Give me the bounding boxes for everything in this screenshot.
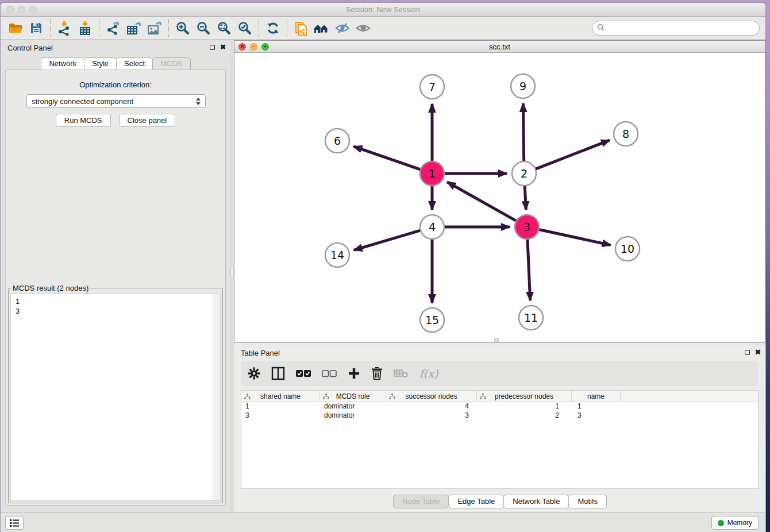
result-scrollbar[interactable] [213, 294, 220, 500]
table-options-gear-icon[interactable] [248, 367, 260, 380]
float-panel-icon[interactable] [210, 45, 215, 50]
tab-motifs[interactable]: Motifs [568, 495, 607, 508]
delete-columns-icon[interactable] [371, 367, 383, 380]
app-title: Session: New Session [1, 5, 765, 14]
select-all-columns-icon[interactable] [296, 369, 311, 377]
search-field[interactable] [592, 21, 760, 36]
unselect-all-columns-icon[interactable] [322, 369, 337, 377]
show-columns-icon[interactable] [271, 367, 285, 380]
zoom-out-icon[interactable] [193, 19, 214, 37]
import-network-icon[interactable] [54, 19, 75, 37]
status-bar: Memory [1, 512, 765, 532]
search-input[interactable] [607, 22, 759, 34]
clone-network-icon[interactable] [291, 19, 311, 37]
tab-node-table[interactable]: Node Table [393, 495, 449, 508]
graph-node-label-6: 6 [334, 134, 341, 147]
close-panel-icon[interactable]: ✖ [220, 44, 226, 51]
graph-edge-3-10[interactable] [538, 229, 611, 245]
float-table-panel-icon[interactable] [745, 350, 750, 355]
dropdown-stepper-icon [194, 98, 203, 105]
graph-edge-1-6[interactable] [353, 147, 422, 170]
import-table-icon[interactable] [75, 19, 95, 37]
mcds-result-line: 1 [16, 296, 215, 306]
graph-node-label-7: 7 [429, 80, 436, 93]
graph-node-label-15: 15 [425, 314, 439, 326]
tab-select[interactable]: Select [116, 57, 153, 70]
column-header-mcds-role[interactable]: MCDS role [320, 391, 386, 402]
add-column-icon[interactable] [348, 367, 360, 380]
export-network-icon[interactable] [103, 19, 124, 37]
tab-mcds[interactable]: MCDS [152, 57, 190, 70]
optimization-criterion-label: Optimization criterion: [6, 80, 225, 89]
column-header-predecessor-nodes[interactable]: predecessor nodes [477, 391, 572, 402]
zoom-selected-icon[interactable] [234, 19, 255, 37]
toolbar-separator [287, 20, 287, 37]
main-toolbar [1, 17, 765, 40]
memory-button[interactable]: Memory [711, 516, 759, 530]
close-table-panel-icon[interactable]: ✖ [755, 349, 761, 356]
network-window-title: scc.txt [234, 43, 765, 51]
table-row[interactable]: 3 dominator 3 2 3 [241, 411, 758, 421]
memory-status-icon [718, 520, 724, 526]
delete-table-icon[interactable] [394, 368, 409, 379]
table-header-row: shared name MCDS role successor nodes [241, 391, 758, 402]
column-header-shared-name[interactable]: shared name [241, 391, 320, 402]
control-panel-title: Control Panel [7, 44, 53, 52]
graph-edge-2-8[interactable] [534, 140, 610, 169]
graph-edge-3-11[interactable] [528, 238, 530, 300]
graph-node-label-2: 2 [521, 167, 528, 180]
close-panel-button[interactable]: Close panel [119, 114, 176, 127]
tab-style[interactable]: Style [84, 57, 117, 70]
graph-node-label-1: 1 [429, 167, 436, 180]
graph-node-label-8: 8 [622, 128, 629, 140]
graph-edge-2-9[interactable] [523, 103, 523, 163]
toolbar-separator [168, 20, 169, 37]
app-titlebar: Session: New Session [1, 3, 765, 17]
run-mcds-button[interactable]: Run MCDS [56, 114, 111, 127]
task-history-button[interactable] [5, 516, 24, 530]
network-resize-grip[interactable] [494, 338, 499, 342]
first-neighbors-icon[interactable] [311, 19, 332, 37]
table-panel: Table Panel ✖ [234, 345, 765, 512]
refresh-icon[interactable] [263, 19, 283, 37]
graph-node-label-11: 11 [524, 311, 538, 324]
table-row[interactable]: 1 dominator 4 1 1 [241, 402, 758, 411]
zoom-in-icon[interactable] [172, 19, 193, 37]
open-session-icon[interactable] [5, 19, 26, 37]
tab-network-table[interactable]: Network Table [503, 495, 569, 508]
zoom-fit-icon[interactable] [214, 19, 234, 37]
graph-edge-2-3[interactable] [525, 184, 526, 210]
node-table: shared name MCDS role successor nodes [241, 390, 759, 489]
network-window: ✕ − + scc.txt 1234678910111415 [234, 40, 765, 343]
list-icon [10, 519, 19, 527]
graph-edge-3-1[interactable] [447, 182, 517, 222]
app-window: Session: New Session [0, 2, 766, 532]
tab-edge-table[interactable]: Edge Table [448, 495, 504, 508]
show-all-icon[interactable] [353, 19, 374, 37]
graph-node-label-14: 14 [330, 249, 344, 261]
column-header-successor-nodes[interactable]: successor nodes [386, 391, 477, 402]
network-graph[interactable]: 1234678910111415 [234, 53, 766, 342]
search-icon [597, 23, 605, 33]
graph-node-label-9: 9 [519, 80, 526, 92]
criterion-value: strongly connected component [27, 97, 194, 106]
memory-label: Memory [727, 519, 752, 527]
tab-network[interactable]: Network [41, 57, 84, 70]
sort-icon [480, 394, 486, 402]
mcds-result-area[interactable]: 1 3 [10, 294, 221, 501]
hide-selected-icon[interactable] [332, 19, 353, 37]
control-panel: Control Panel ✖ Network Style Select MCD… [1, 40, 230, 512]
graph-edge-4-14[interactable] [354, 230, 422, 250]
export-table-icon[interactable] [124, 19, 144, 37]
graph-node-label-3: 3 [523, 221, 530, 233]
graph-node-label-10: 10 [621, 242, 634, 255]
function-builder-icon[interactable]: f(x) [419, 367, 438, 380]
criterion-dropdown[interactable]: strongly connected component [26, 94, 206, 108]
export-image-icon[interactable] [144, 19, 165, 37]
graph-node-label-4: 4 [429, 221, 436, 233]
save-session-icon[interactable] [26, 19, 47, 37]
column-header-name[interactable]: name [572, 391, 621, 402]
toolbar-separator [259, 20, 259, 37]
toolbar-separator [99, 20, 99, 37]
mcds-result-box: MCDS result (2 nodes) 1 3 [8, 284, 223, 503]
